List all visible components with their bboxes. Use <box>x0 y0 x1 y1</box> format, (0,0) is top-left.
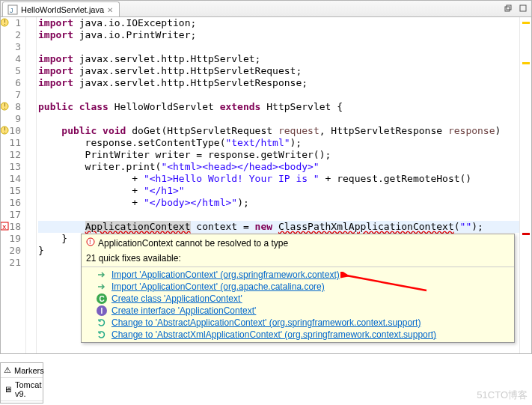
line-number: 3 <box>1 41 21 53</box>
quickfix-link[interactable]: Create interface 'ApplicationContext' <box>111 305 256 316</box>
quickfix-item[interactable]: Import 'ApplicationContext' (org.springf… <box>82 269 514 281</box>
overview-ruler[interactable] <box>519 17 531 353</box>
close-icon[interactable]: ✕ <box>107 6 114 13</box>
line-number: 12 <box>1 149 21 161</box>
quickfix-item[interactable]: CCreate class 'ApplicationContext' <box>82 293 514 305</box>
code-line[interactable]: ApplicationContext context = new ClassPa… <box>38 221 519 233</box>
line-number: 11 <box>1 137 21 149</box>
change-icon <box>97 317 107 328</box>
svg-text:!: ! <box>89 238 91 246</box>
warn-gutter-icon: ! <box>1 18 9 27</box>
tab-title: HelloWorldServlet.java <box>21 5 104 14</box>
markers-label: Markers <box>14 366 44 375</box>
quickfix-item[interactable]: Import 'ApplicationContext' (org.apache.… <box>82 281 514 293</box>
svg-text:x: x <box>2 223 7 231</box>
bottom-view-panel: ⚠ Markers 🖥 Tomcat v9. <box>0 362 43 404</box>
quickfix-link[interactable]: Import 'ApplicationContext' (org.apache.… <box>111 281 325 292</box>
tomcat-tab[interactable]: 🖥 Tomcat v9. <box>1 378 43 401</box>
quickfix-link[interactable]: Import 'ApplicationContext' (org.springf… <box>111 270 340 280</box>
svg-text:J: J <box>10 7 13 14</box>
code-line[interactable]: import javax.servlet.http.HttpServletRes… <box>38 77 519 89</box>
svg-text:!: ! <box>3 19 7 26</box>
watermark: 51CTO博客 <box>477 389 528 402</box>
code-line[interactable] <box>38 113 519 125</box>
line-number: 1! <box>1 17 21 29</box>
tooltip-error-header: ! ApplicationContext cannot be resolved … <box>82 234 514 252</box>
line-number: 17 <box>1 209 21 221</box>
change-icon <box>97 329 107 340</box>
warning-marker[interactable] <box>522 62 530 64</box>
import-icon <box>97 281 107 292</box>
code-line[interactable] <box>38 41 519 53</box>
line-number: 5 <box>1 65 21 77</box>
code-line[interactable] <box>38 209 519 221</box>
quickfix-tooltip: ! ApplicationContext cannot be resolved … <box>81 234 515 343</box>
tooltip-error-text: ApplicationContext cannot be resolved to… <box>98 238 288 249</box>
maximize-icon[interactable] <box>516 2 530 14</box>
quickfix-item[interactable]: Change to 'AbstractApplicationContext' (… <box>82 317 514 329</box>
warn-gutter-icon: ! <box>1 126 9 135</box>
line-number: 21 <box>1 257 21 269</box>
java-file-icon: J <box>7 4 18 15</box>
error-icon: ! <box>86 237 95 249</box>
quickfix-item[interactable]: Change to 'AbstractXmlApplicationContext… <box>82 329 514 341</box>
line-number: 16 <box>1 197 21 209</box>
svg-text:!: ! <box>3 103 7 110</box>
restore-icon[interactable] <box>501 2 515 14</box>
quickfix-link[interactable]: Change to 'AbstractApplicationContext' (… <box>111 317 421 328</box>
svg-text:!: ! <box>3 127 7 134</box>
markers-tab[interactable]: ⚠ Markers <box>1 363 43 378</box>
code-line[interactable]: + "</h1>" <box>38 185 519 197</box>
code-line[interactable]: import java.io.IOException; <box>38 17 519 29</box>
svg-rect-2 <box>505 7 510 11</box>
line-number: 9 <box>1 113 21 125</box>
line-number: 10! <box>1 125 21 137</box>
markers-icon: ⚠ <box>4 365 11 375</box>
code-line[interactable]: writer.print("<html><head></head><body>" <box>38 161 519 173</box>
quickfix-item[interactable]: ICreate interface 'ApplicationContext' <box>82 305 514 317</box>
line-number: 8! <box>1 101 21 113</box>
tomcat-label: Tomcat v9. <box>15 380 41 398</box>
code-line[interactable]: import java.io.PrintWriter; <box>38 29 519 41</box>
line-number: 20 <box>1 245 21 257</box>
svg-rect-4 <box>520 5 526 11</box>
code-line[interactable] <box>38 89 519 101</box>
error-marker[interactable] <box>522 233 530 235</box>
warning-marker[interactable] <box>522 22 530 24</box>
line-number: 6 <box>1 77 21 89</box>
line-number: 15 <box>1 185 21 197</box>
error-gutter-icon: x <box>1 222 9 231</box>
code-line[interactable]: PrintWriter writer = response.getWriter(… <box>38 149 519 161</box>
folding-ruler <box>26 17 37 353</box>
code-line[interactable]: + "<h1>Hello World! Your IP is " + reque… <box>38 173 519 185</box>
quickfix-list: Import 'ApplicationContext' (org.springf… <box>82 267 514 342</box>
line-number: 2 <box>1 29 21 41</box>
line-number: 19 <box>1 233 21 245</box>
import-icon <box>97 270 107 280</box>
quickfix-link[interactable]: Change to 'AbstractXmlApplicationContext… <box>111 329 436 340</box>
editor-tab[interactable]: J HelloWorldServlet.java ✕ <box>2 1 120 16</box>
svg-rect-3 <box>507 5 511 10</box>
warn-gutter-icon: ! <box>1 102 9 111</box>
line-number: 13 <box>1 161 21 173</box>
tooltip-subtitle: 21 quick fixes available: <box>82 252 514 267</box>
code-line[interactable]: response.setContentType("text/html"); <box>38 137 519 149</box>
line-number: 4 <box>1 53 21 65</box>
server-icon: 🖥 <box>4 385 12 394</box>
code-line[interactable]: import javax.servlet.http.HttpServletReq… <box>38 65 519 77</box>
line-number: 7 <box>1 89 21 101</box>
line-number-gutter: 1!2345678!910!1112131415161718x192021 <box>1 17 26 353</box>
code-line[interactable]: public class HelloWorldServlet extends H… <box>38 101 519 113</box>
code-line[interactable]: import javax.servlet.http.HttpServlet; <box>38 53 519 65</box>
line-number: 14 <box>1 173 21 185</box>
code-line[interactable]: + "</body></html>"); <box>38 197 519 209</box>
tab-bar: J HelloWorldServlet.java ✕ <box>1 1 531 17</box>
quickfix-link[interactable]: Create class 'ApplicationContext' <box>111 293 242 304</box>
interface-icon: I <box>97 305 107 316</box>
line-number: 18x <box>1 221 21 233</box>
code-line[interactable]: public void doGet(HttpServletRequest req… <box>38 125 519 137</box>
class-icon: C <box>97 293 107 304</box>
